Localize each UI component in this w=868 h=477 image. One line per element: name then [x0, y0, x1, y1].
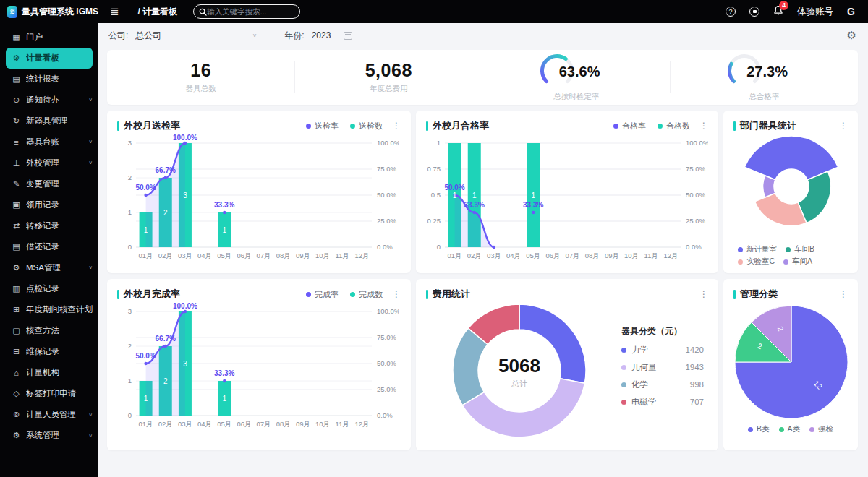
card-fee-stats: 费用统计 ⋮ 5068总计 器具分类（元） 力学1420几何量1943化学998… — [416, 279, 718, 450]
sidebar-item-requisition[interactable]: ▣领用记录 — [0, 194, 98, 215]
sidebar-item-borrow[interactable]: ▤借还记录 — [0, 236, 98, 257]
legend-item[interactable]: B类 — [748, 424, 770, 434]
svg-text:66.7%: 66.7% — [156, 335, 176, 343]
svg-text:100.0%: 100.0% — [686, 139, 708, 147]
more-options-icon[interactable]: ⋮ — [699, 289, 708, 299]
more-options-icon[interactable]: ⋮ — [839, 289, 848, 299]
legend-item[interactable]: 化学998 — [621, 379, 704, 390]
svg-text:08月: 08月 — [276, 252, 291, 259]
card-monthly-send-rate: 外校月送检率 送检率送检数 ⋮ 01230.0%25.0%50.0%75.0%1… — [107, 111, 411, 273]
sidebar-item-new-instrument[interactable]: ↻新器具管理 — [0, 111, 98, 132]
borrow-icon: ▤ — [12, 242, 21, 252]
svg-text:0: 0 — [128, 243, 132, 251]
more-options-icon[interactable]: ⋮ — [392, 121, 401, 131]
card-monthly-complete-rate: 外校月完成率 完成率完成数 ⋮ 01230.0%25.0%50.0%75.0%1… — [107, 279, 411, 450]
complete-rate-chart: 01230.0%25.0%50.0%75.0%100.0%01月02月03月04… — [117, 301, 399, 431]
stat-label: 年度总费用 — [370, 84, 408, 94]
legend-item[interactable]: 完成率 — [306, 289, 339, 300]
legend-item[interactable]: 强检 — [809, 424, 833, 434]
more-options-icon[interactable]: ⋮ — [392, 289, 401, 299]
svg-text:50.0%: 50.0% — [377, 359, 396, 367]
sidebar-item-todo[interactable]: ⊙通知待办∨ — [0, 90, 98, 111]
svg-text:50.0%: 50.0% — [377, 191, 396, 199]
help-icon[interactable]: ? — [726, 7, 736, 17]
svg-text:50.0%: 50.0% — [444, 184, 464, 192]
card-title: 外校月合格率 — [433, 119, 489, 132]
sidebar-item-report[interactable]: ▤统计报表 — [0, 69, 98, 90]
legend-item[interactable]: 车间A — [783, 257, 812, 267]
sidebar-item-personnel[interactable]: ⊚计量人员管理∨ — [0, 404, 98, 425]
sidebar-item-check-method[interactable]: ▢核查方法 — [0, 320, 98, 341]
sidebar-item-label: MSA管理 — [26, 262, 88, 273]
legend-item[interactable]: 力学1420 — [621, 345, 704, 356]
svg-text:100.0%: 100.0% — [377, 139, 399, 147]
sidebar-nav: ▦门户⚙计量看板▤统计报表⊙通知待办∨↻新器具管理≡器具台账∨⊥外校管理∨✎变更… — [0, 27, 98, 446]
svg-text:0.0%: 0.0% — [686, 243, 702, 251]
charts-grid: 外校月送检率 送检率送检数 ⋮ 01230.0%25.0%50.0%75.0%1… — [107, 111, 858, 450]
topbar-actions: ? 4 体验账号 G — [726, 5, 868, 19]
sidebar-item-annual-check-plan[interactable]: ⊞年度期间核查计划 — [0, 299, 98, 320]
sidebar-item-external-cal[interactable]: ⊥外校管理∨ — [0, 152, 98, 173]
svg-text:08月: 08月 — [585, 252, 600, 259]
sidebar-item-spot-check[interactable]: ▥点检记录 — [0, 278, 98, 299]
sidebar-item-dashboard[interactable]: ⚙计量看板 — [6, 48, 93, 69]
sidebar-item-metrology-org[interactable]: ⌂计量机构 — [0, 362, 98, 383]
legend-item[interactable]: 合格率 — [613, 121, 646, 132]
legend-item[interactable]: 几何量1943 — [621, 362, 704, 373]
year-select-value[interactable]: 2023 — [312, 30, 344, 40]
sidebar-item-ledger[interactable]: ≡器具台账∨ — [0, 132, 98, 152]
svg-text:66.7%: 66.7% — [156, 166, 176, 174]
stat-label: 总合格率 — [749, 92, 779, 102]
legend-item[interactable]: 送检数 — [350, 121, 383, 132]
notifications-button[interactable]: 4 — [773, 5, 783, 19]
svg-text:总计: 总计 — [511, 379, 527, 388]
app-root: ≋ 量具管理系统 iGMS ≣ / 计量看板 ? 4 体验账号 G — [0, 0, 868, 477]
user-avatar[interactable]: G — [847, 6, 855, 17]
company-select[interactable]: 总公司 ∨ — [135, 30, 257, 42]
chart-legend: B类A类强检 — [733, 423, 848, 434]
svg-text:1: 1 — [472, 192, 477, 199]
legend-dot-icon — [779, 427, 784, 432]
calendar-icon[interactable] — [344, 32, 352, 40]
legend-item[interactable]: 车间B — [786, 244, 814, 254]
stat-value: 63.6% — [559, 64, 600, 80]
app-title: 量具管理系统 iGMS — [22, 6, 98, 18]
sidebar-item-label-print[interactable]: ◇标签打印申请 — [0, 383, 98, 404]
account-name[interactable]: 体验账号 — [797, 6, 833, 18]
more-options-icon[interactable]: ⋮ — [699, 121, 708, 131]
feedback-icon[interactable] — [749, 7, 760, 17]
settings-gear-icon[interactable]: ⚙ — [847, 29, 856, 42]
svg-text:1: 1 — [144, 395, 148, 403]
legend-dot-icon — [658, 124, 663, 129]
more-options-icon[interactable]: ⋮ — [839, 121, 848, 131]
sidebar-item-transfer[interactable]: ⇄转移记录 — [0, 215, 98, 236]
sidebar-item-label: 转移记录 — [26, 220, 93, 231]
legend-label: 车间B — [794, 244, 814, 254]
search-input[interactable] — [207, 7, 294, 16]
legend-item[interactable]: 实验室C — [738, 257, 775, 267]
app-logo-icon: ≋ — [7, 6, 17, 18]
sidebar-item-msa[interactable]: ⚙MSA管理∨ — [0, 257, 98, 278]
sidebar-item-maintenance[interactable]: ⊟维保记录 — [0, 341, 98, 362]
sidebar: ▦门户⚙计量看板▤统计报表⊙通知待办∨↻新器具管理≡器具台账∨⊥外校管理∨✎变更… — [0, 23, 98, 477]
legend-item[interactable]: 电磁学707 — [621, 397, 704, 408]
svg-text:3: 3 — [183, 192, 187, 199]
sidebar-item-portal[interactable]: ▦门户 — [0, 27, 98, 48]
sidebar-item-system[interactable]: ⚙系统管理∨ — [0, 425, 98, 446]
summary-stats-card: 16 器具总数 5,068 年度总费用 63.6% 总按时检定率 27.3% 总 — [107, 50, 858, 105]
sidebar-item-change[interactable]: ✎变更管理 — [0, 173, 98, 194]
svg-text:01月: 01月 — [448, 252, 462, 259]
legend-item[interactable]: 合格数 — [658, 121, 690, 132]
legend-value: 998 — [673, 380, 704, 389]
legend-value: 707 — [673, 398, 704, 406]
legend-item[interactable]: 完成数 — [350, 289, 383, 300]
chart-legend: 新计量室车间B实验室C车间A — [733, 243, 848, 267]
sidebar-collapse-icon[interactable]: ≣ — [110, 5, 119, 18]
label-print-icon: ◇ — [12, 389, 21, 398]
legend-item[interactable]: 新计量室 — [738, 244, 777, 254]
svg-text:02月: 02月 — [158, 420, 173, 428]
legend-item[interactable]: 送检率 — [306, 121, 339, 132]
legend-item[interactable]: A类 — [779, 424, 801, 434]
svg-text:100.0%: 100.0% — [173, 302, 197, 310]
legend-label: 完成数 — [359, 289, 383, 300]
